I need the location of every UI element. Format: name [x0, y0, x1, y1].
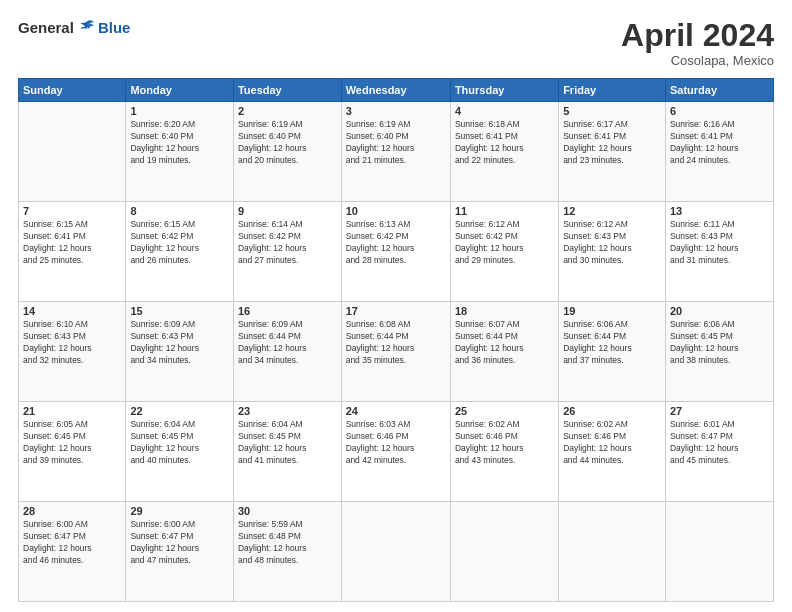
calendar-table: SundayMondayTuesdayWednesdayThursdayFrid…	[18, 78, 774, 602]
day-cell: 19Sunrise: 6:06 AM Sunset: 6:44 PM Dayli…	[559, 302, 666, 402]
day-number: 5	[563, 105, 661, 117]
day-cell: 13Sunrise: 6:11 AM Sunset: 6:43 PM Dayli…	[665, 202, 773, 302]
day-number: 16	[238, 305, 337, 317]
day-cell: 16Sunrise: 6:09 AM Sunset: 6:44 PM Dayli…	[233, 302, 341, 402]
column-header-sunday: Sunday	[19, 79, 126, 102]
day-info: Sunrise: 6:06 AM Sunset: 6:44 PM Dayligh…	[563, 319, 661, 367]
day-number: 4	[455, 105, 554, 117]
page: General Blue April 2024 Cosolapa, Mexico…	[0, 0, 792, 612]
day-number: 27	[670, 405, 769, 417]
day-cell: 18Sunrise: 6:07 AM Sunset: 6:44 PM Dayli…	[450, 302, 558, 402]
day-number: 25	[455, 405, 554, 417]
day-info: Sunrise: 6:07 AM Sunset: 6:44 PM Dayligh…	[455, 319, 554, 367]
day-number: 1	[130, 105, 229, 117]
day-cell	[559, 502, 666, 602]
day-info: Sunrise: 6:18 AM Sunset: 6:41 PM Dayligh…	[455, 119, 554, 167]
day-cell: 8Sunrise: 6:15 AM Sunset: 6:42 PM Daylig…	[126, 202, 234, 302]
logo-blue-text: Blue	[98, 19, 131, 36]
day-info: Sunrise: 6:01 AM Sunset: 6:47 PM Dayligh…	[670, 419, 769, 467]
week-row-3: 14Sunrise: 6:10 AM Sunset: 6:43 PM Dayli…	[19, 302, 774, 402]
day-number: 3	[346, 105, 446, 117]
month-title: April 2024	[621, 18, 774, 53]
day-number: 8	[130, 205, 229, 217]
column-header-monday: Monday	[126, 79, 234, 102]
day-cell: 29Sunrise: 6:00 AM Sunset: 6:47 PM Dayli…	[126, 502, 234, 602]
header: General Blue April 2024 Cosolapa, Mexico	[18, 18, 774, 68]
day-number: 11	[455, 205, 554, 217]
day-cell: 4Sunrise: 6:18 AM Sunset: 6:41 PM Daylig…	[450, 102, 558, 202]
day-cell: 30Sunrise: 5:59 AM Sunset: 6:48 PM Dayli…	[233, 502, 341, 602]
day-cell: 26Sunrise: 6:02 AM Sunset: 6:46 PM Dayli…	[559, 402, 666, 502]
day-info: Sunrise: 5:59 AM Sunset: 6:48 PM Dayligh…	[238, 519, 337, 567]
column-header-saturday: Saturday	[665, 79, 773, 102]
day-number: 14	[23, 305, 121, 317]
day-cell: 21Sunrise: 6:05 AM Sunset: 6:45 PM Dayli…	[19, 402, 126, 502]
day-number: 23	[238, 405, 337, 417]
column-header-thursday: Thursday	[450, 79, 558, 102]
day-cell	[450, 502, 558, 602]
day-cell: 17Sunrise: 6:08 AM Sunset: 6:44 PM Dayli…	[341, 302, 450, 402]
title-section: April 2024 Cosolapa, Mexico	[621, 18, 774, 68]
day-cell: 23Sunrise: 6:04 AM Sunset: 6:45 PM Dayli…	[233, 402, 341, 502]
day-info: Sunrise: 6:05 AM Sunset: 6:45 PM Dayligh…	[23, 419, 121, 467]
day-cell: 11Sunrise: 6:12 AM Sunset: 6:42 PM Dayli…	[450, 202, 558, 302]
day-cell	[341, 502, 450, 602]
day-number: 12	[563, 205, 661, 217]
day-number: 19	[563, 305, 661, 317]
day-cell: 10Sunrise: 6:13 AM Sunset: 6:42 PM Dayli…	[341, 202, 450, 302]
day-info: Sunrise: 6:15 AM Sunset: 6:42 PM Dayligh…	[130, 219, 229, 267]
day-cell: 25Sunrise: 6:02 AM Sunset: 6:46 PM Dayli…	[450, 402, 558, 502]
day-cell: 27Sunrise: 6:01 AM Sunset: 6:47 PM Dayli…	[665, 402, 773, 502]
day-cell: 22Sunrise: 6:04 AM Sunset: 6:45 PM Dayli…	[126, 402, 234, 502]
day-number: 13	[670, 205, 769, 217]
day-cell: 9Sunrise: 6:14 AM Sunset: 6:42 PM Daylig…	[233, 202, 341, 302]
day-cell: 12Sunrise: 6:12 AM Sunset: 6:43 PM Dayli…	[559, 202, 666, 302]
day-info: Sunrise: 6:14 AM Sunset: 6:42 PM Dayligh…	[238, 219, 337, 267]
column-header-friday: Friday	[559, 79, 666, 102]
day-cell	[19, 102, 126, 202]
day-cell: 5Sunrise: 6:17 AM Sunset: 6:41 PM Daylig…	[559, 102, 666, 202]
day-cell: 1Sunrise: 6:20 AM Sunset: 6:40 PM Daylig…	[126, 102, 234, 202]
day-info: Sunrise: 6:12 AM Sunset: 6:42 PM Dayligh…	[455, 219, 554, 267]
day-cell: 6Sunrise: 6:16 AM Sunset: 6:41 PM Daylig…	[665, 102, 773, 202]
day-cell: 28Sunrise: 6:00 AM Sunset: 6:47 PM Dayli…	[19, 502, 126, 602]
day-info: Sunrise: 6:00 AM Sunset: 6:47 PM Dayligh…	[23, 519, 121, 567]
day-number: 15	[130, 305, 229, 317]
day-info: Sunrise: 6:15 AM Sunset: 6:41 PM Dayligh…	[23, 219, 121, 267]
week-row-4: 21Sunrise: 6:05 AM Sunset: 6:45 PM Dayli…	[19, 402, 774, 502]
week-row-2: 7Sunrise: 6:15 AM Sunset: 6:41 PM Daylig…	[19, 202, 774, 302]
day-number: 10	[346, 205, 446, 217]
header-row: SundayMondayTuesdayWednesdayThursdayFrid…	[19, 79, 774, 102]
week-row-5: 28Sunrise: 6:00 AM Sunset: 6:47 PM Dayli…	[19, 502, 774, 602]
day-number: 6	[670, 105, 769, 117]
day-info: Sunrise: 6:06 AM Sunset: 6:45 PM Dayligh…	[670, 319, 769, 367]
day-cell: 2Sunrise: 6:19 AM Sunset: 6:40 PM Daylig…	[233, 102, 341, 202]
logo: General Blue	[18, 18, 130, 36]
column-header-tuesday: Tuesday	[233, 79, 341, 102]
day-cell: 24Sunrise: 6:03 AM Sunset: 6:46 PM Dayli…	[341, 402, 450, 502]
location: Cosolapa, Mexico	[621, 53, 774, 68]
day-cell: 20Sunrise: 6:06 AM Sunset: 6:45 PM Dayli…	[665, 302, 773, 402]
day-cell: 15Sunrise: 6:09 AM Sunset: 6:43 PM Dayli…	[126, 302, 234, 402]
logo-bird-icon	[78, 18, 96, 36]
day-number: 21	[23, 405, 121, 417]
day-info: Sunrise: 6:19 AM Sunset: 6:40 PM Dayligh…	[238, 119, 337, 167]
day-info: Sunrise: 6:13 AM Sunset: 6:42 PM Dayligh…	[346, 219, 446, 267]
day-info: Sunrise: 6:11 AM Sunset: 6:43 PM Dayligh…	[670, 219, 769, 267]
week-row-1: 1Sunrise: 6:20 AM Sunset: 6:40 PM Daylig…	[19, 102, 774, 202]
day-number: 9	[238, 205, 337, 217]
day-info: Sunrise: 6:02 AM Sunset: 6:46 PM Dayligh…	[563, 419, 661, 467]
day-number: 17	[346, 305, 446, 317]
day-number: 18	[455, 305, 554, 317]
day-info: Sunrise: 6:03 AM Sunset: 6:46 PM Dayligh…	[346, 419, 446, 467]
day-cell: 14Sunrise: 6:10 AM Sunset: 6:43 PM Dayli…	[19, 302, 126, 402]
day-info: Sunrise: 6:08 AM Sunset: 6:44 PM Dayligh…	[346, 319, 446, 367]
day-number: 22	[130, 405, 229, 417]
day-info: Sunrise: 6:04 AM Sunset: 6:45 PM Dayligh…	[238, 419, 337, 467]
day-info: Sunrise: 6:10 AM Sunset: 6:43 PM Dayligh…	[23, 319, 121, 367]
day-cell	[665, 502, 773, 602]
day-info: Sunrise: 6:09 AM Sunset: 6:44 PM Dayligh…	[238, 319, 337, 367]
day-info: Sunrise: 6:09 AM Sunset: 6:43 PM Dayligh…	[130, 319, 229, 367]
day-number: 2	[238, 105, 337, 117]
day-info: Sunrise: 6:12 AM Sunset: 6:43 PM Dayligh…	[563, 219, 661, 267]
